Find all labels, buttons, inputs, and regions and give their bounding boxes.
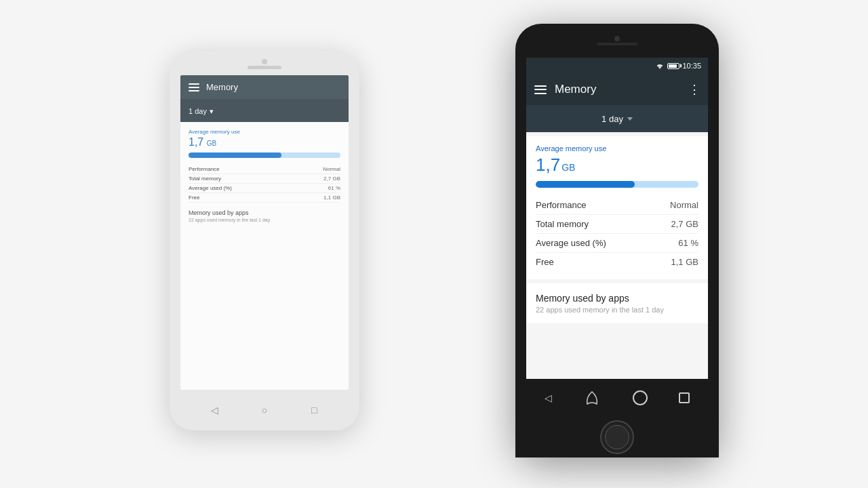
black-phone-speaker <box>597 43 637 45</box>
wp-title: Memory <box>206 82 238 92</box>
stat-value: 1,1 GB <box>671 257 698 267</box>
stat-row-avg-used: Average used (%) 61 % <box>536 234 698 253</box>
avg-value-unit: GB <box>561 162 575 173</box>
white-phone-speaker <box>248 66 281 69</box>
white-phone: Memory 1 day ▾ Average memory use 1,7 GB <box>170 51 359 430</box>
wp-stat-row: Average used (%) 61 % <box>189 184 340 193</box>
time-selector-button[interactable]: 1 day <box>601 114 633 124</box>
black-phone-top <box>515 24 719 58</box>
wp-apps-section: Memory used by apps 22 apps used memory … <box>189 209 340 222</box>
wp-stat-row: Performance Normal <box>189 165 340 174</box>
white-phone-bottom-nav: ◁ ○ □ <box>170 390 359 430</box>
avg-memory-value: 1,7 GB <box>536 155 698 176</box>
wp-progress-bar <box>189 152 340 158</box>
hamburger-button[interactable] <box>534 85 547 94</box>
memory-progress-bar <box>536 181 698 188</box>
stat-value: 61 % <box>678 238 698 248</box>
avg-value-number: 1,7 <box>536 155 560 176</box>
hamburger-icon <box>189 83 199 92</box>
stat-label: Free <box>536 257 554 267</box>
wp-content: Average memory use 1,7 GB Performance No… <box>180 122 349 229</box>
stat-label: Average used (%) <box>536 238 606 248</box>
apps-title: Memory used by apps <box>536 293 698 304</box>
more-options-icon[interactable]: ⋮ <box>688 82 700 97</box>
wifi-icon <box>655 62 665 69</box>
memory-stats-card: Average memory use 1,7 GB Performance No… <box>526 136 708 279</box>
scene: Memory 1 day ▾ Average memory use 1,7 GB <box>129 24 739 464</box>
wp-time-selector[interactable]: 1 day ▾ <box>189 107 214 116</box>
home-button-area <box>515 417 719 458</box>
stat-row-free: Free 1,1 GB <box>536 253 698 271</box>
circle-button[interactable] <box>633 390 648 405</box>
wp-stat-row: Free 1,1 GB <box>189 193 340 203</box>
stat-value: 2,7 GB <box>671 219 698 229</box>
wp-time-bar: 1 day ▾ <box>180 99 349 122</box>
back-button[interactable]: ◁ <box>545 392 552 403</box>
recents-button[interactable] <box>679 392 690 403</box>
svg-point-0 <box>660 68 661 69</box>
stat-row-performance: Performance Normal <box>536 196 698 215</box>
wp-toolbar: Memory <box>180 75 349 99</box>
time-selector-label: 1 day <box>601 114 623 124</box>
white-phone-camera <box>262 59 267 64</box>
wp-avg-label: Average memory use <box>189 129 340 135</box>
apps-used-card[interactable]: Memory used by apps 22 apps used memory … <box>526 283 708 323</box>
black-phone: 10:35 Memory ⋮ 1 day A <box>515 24 719 458</box>
status-icons: 10:35 <box>655 62 701 70</box>
app-content: Average memory use 1,7 GB Performance No… <box>526 132 708 379</box>
wp-avg-value: 1,7 GB <box>189 136 340 148</box>
dropdown-arrow-icon <box>627 117 633 121</box>
avg-memory-label: Average memory use <box>536 144 698 152</box>
home-physical-button[interactable] <box>600 420 634 454</box>
battery-icon <box>667 63 679 69</box>
stat-row-total-memory: Total memory 2,7 GB <box>536 215 698 234</box>
home-button-nav[interactable] <box>583 390 601 405</box>
wp-stat-row: Total memory 2,7 GB <box>189 174 340 184</box>
black-phone-screen: 10:35 Memory ⋮ 1 day A <box>526 58 708 379</box>
home-icon[interactable]: ○ <box>258 403 271 417</box>
home-button-inner <box>605 425 629 449</box>
white-phone-top-bar <box>170 51 359 75</box>
white-phone-screen: Memory 1 day ▾ Average memory use 1,7 GB <box>180 75 349 390</box>
memory-progress-fill <box>536 181 635 188</box>
stat-label: Performance <box>536 200 586 210</box>
status-time: 10:35 <box>682 62 701 70</box>
black-phone-camera <box>614 36 620 41</box>
back-icon[interactable]: ◁ <box>208 403 222 417</box>
stat-value: Normal <box>670 200 698 210</box>
time-bar: 1 day <box>526 105 708 132</box>
apps-subtitle: 22 apps used memory in the last 1 day <box>536 306 698 314</box>
stat-label: Total memory <box>536 219 589 229</box>
recents-icon[interactable]: □ <box>307 403 321 417</box>
wp-progress-fill <box>189 152 281 158</box>
black-phone-nav: ◁ <box>515 379 719 417</box>
status-bar: 10:35 <box>526 58 708 74</box>
app-title: Memory <box>555 83 680 96</box>
app-toolbar: Memory ⋮ <box>526 74 708 105</box>
